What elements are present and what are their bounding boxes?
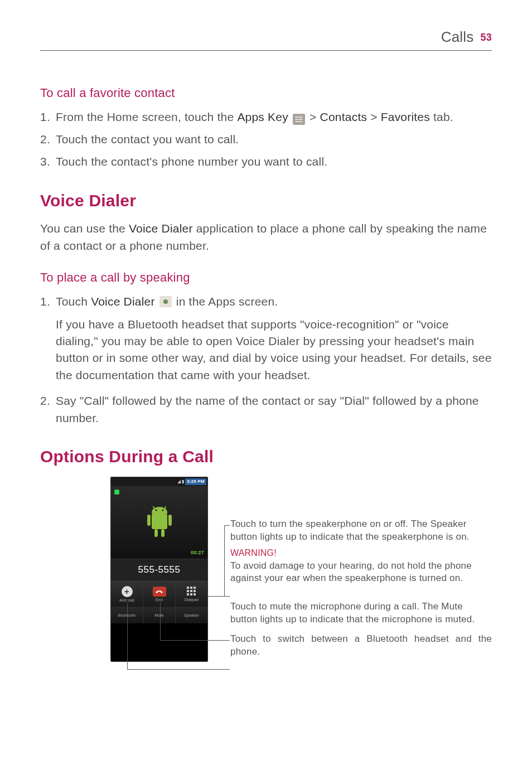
bold-voice-dialer: Voice Dialer — [129, 222, 193, 235]
battery-icon: ▮ — [182, 478, 184, 485]
speaker-button[interactable]: Speaker — [176, 607, 207, 623]
svg-rect-3 — [301, 117, 302, 118]
in-call-avatar-area: 00:27 — [111, 486, 207, 559]
svg-rect-10 — [299, 121, 301, 122]
dialpad-button[interactable]: Dialpad — [176, 581, 207, 607]
step-text: Say "Call" followed by the name of the c… — [56, 393, 492, 427]
active-call-indicator-icon — [114, 490, 119, 495]
page-header: Calls 53 — [40, 27, 492, 51]
end-call-icon — [153, 587, 166, 597]
status-bar: ◢ ▮ 3:29 PM — [111, 477, 207, 486]
subheading-place-call-speaking: To place a call by speaking — [40, 269, 492, 287]
svg-rect-1 — [298, 117, 299, 118]
text-run: You can use the — [40, 222, 129, 235]
call-controls-row-1: + Add call End Dialpad — [111, 581, 207, 607]
call-timer: 00:27 — [191, 549, 204, 556]
callout-line — [160, 602, 161, 640]
mute-button[interactable]: Mute — [143, 607, 176, 623]
warning-title: WARNING! — [230, 548, 277, 558]
subheading-call-favorite: To call a favorite contact — [40, 84, 492, 102]
bold-apps-key: Apps Key — [237, 110, 288, 123]
bold-voice-dialer: Voice Dialer — [91, 295, 155, 308]
list-item: 3. Touch the contact's phone number you … — [40, 153, 492, 170]
phone-screenshot: ◢ ▮ 3:29 PM — [110, 477, 208, 662]
callout-line — [207, 596, 230, 597]
callout-line — [127, 669, 230, 670]
svg-point-19 — [155, 509, 157, 511]
svg-point-20 — [162, 509, 163, 511]
button-label: Mute — [154, 613, 163, 618]
warning-text: To avoid damage to your hearing, do not … — [230, 560, 472, 584]
voice-dialer-icon — [159, 296, 172, 307]
svg-rect-14 — [168, 515, 172, 526]
annotation-warning: WARNING! To avoid damage to your hearing… — [230, 547, 492, 585]
paragraph: You can use the Voice Dialer application… — [40, 220, 492, 254]
apps-key-icon — [293, 114, 305, 125]
step-number: 1. — [40, 293, 56, 310]
call-options-figure: ◢ ▮ 3:29 PM — [40, 477, 492, 662]
annotation-column: Touch to turn the speakerphone on or off… — [230, 477, 492, 662]
step-number: 2. — [40, 131, 56, 148]
svg-rect-16 — [161, 529, 165, 537]
call-controls-row-2: Bluetooth Mute Speaker — [111, 607, 207, 623]
status-time: 3:29 PM — [185, 478, 206, 485]
page-number: 53 — [481, 30, 492, 45]
svg-rect-2 — [299, 117, 301, 118]
text-run: > — [367, 110, 381, 123]
section-title: Calls — [441, 27, 474, 48]
svg-rect-8 — [296, 121, 297, 122]
callout-line — [160, 640, 230, 641]
android-avatar-icon — [143, 503, 176, 542]
list-item: 1. From the Home screen, touch the Apps … — [40, 109, 492, 125]
step-number: 3. — [40, 153, 56, 170]
annotation-bluetooth: Touch to switch between a Bluetooth head… — [230, 633, 492, 659]
annotation-mute: Touch to mute the microphone during a ca… — [230, 601, 492, 626]
annotation-speaker: Touch to turn the speakerphone on or off… — [230, 518, 492, 544]
paragraph: If you have a Bluetooth headset that sup… — [40, 316, 492, 384]
end-call-button[interactable]: End — [143, 581, 176, 607]
svg-rect-0 — [296, 117, 297, 118]
callout-line — [127, 602, 128, 669]
svg-rect-12 — [152, 514, 167, 529]
button-label: End — [156, 597, 163, 603]
svg-rect-6 — [299, 119, 301, 120]
heading-voice-dialer: Voice Dialer — [40, 188, 492, 213]
step-number: 1. — [40, 109, 56, 125]
svg-rect-15 — [154, 529, 158, 537]
step-text: Touch the contact's phone number you wan… — [56, 153, 492, 170]
text-run: > — [306, 110, 320, 123]
svg-rect-7 — [301, 119, 302, 120]
list-item: 2. Touch the contact you want to call. — [40, 131, 492, 148]
svg-rect-11 — [301, 121, 302, 122]
plus-icon: + — [122, 586, 133, 597]
svg-rect-9 — [298, 121, 299, 122]
dialed-number: 555-5555 — [111, 559, 207, 582]
svg-rect-13 — [147, 515, 151, 526]
step-number: 2. — [40, 393, 56, 427]
text-run: in the Apps screen. — [173, 295, 278, 308]
signal-icon: ◢ — [177, 478, 181, 485]
text-run: Touch — [56, 295, 91, 308]
text-run: tab. — [430, 110, 453, 123]
button-label: Speaker — [184, 613, 200, 618]
step-text: Touch Voice Dialer in the Apps screen. — [56, 293, 492, 310]
bold-contacts: Contacts — [320, 110, 367, 123]
callout-line — [224, 525, 230, 526]
bold-favorites: Favorites — [381, 110, 430, 123]
dialpad-icon — [187, 587, 197, 597]
svg-rect-5 — [298, 119, 299, 120]
list-item: 2. Say "Call" followed by the name of th… — [40, 393, 492, 427]
svg-rect-4 — [296, 119, 297, 120]
heading-options-during-call: Options During a Call — [40, 444, 492, 469]
step-text: Touch the contact you want to call. — [56, 131, 492, 148]
list-item: 1. Touch Voice Dialer in the Apps screen… — [40, 293, 492, 310]
text-run: From the Home screen, touch the — [56, 110, 237, 123]
button-label: Dialpad — [185, 597, 199, 603]
step-text: From the Home screen, touch the Apps Key… — [56, 109, 492, 125]
callout-line — [224, 525, 225, 596]
